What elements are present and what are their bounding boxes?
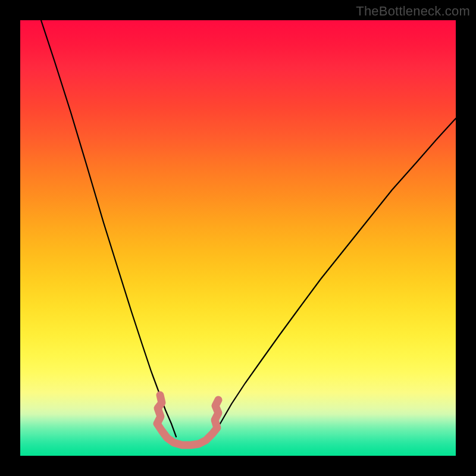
chart-frame: TheBottleneck.com (0, 0, 476, 476)
plot-area (20, 20, 456, 456)
curve-overlay (20, 20, 456, 456)
right-branch-curve (211, 118, 456, 437)
valley-squiggle (157, 395, 218, 445)
left-branch-curve (41, 20, 176, 437)
watermark-text: TheBottleneck.com (356, 4, 470, 19)
